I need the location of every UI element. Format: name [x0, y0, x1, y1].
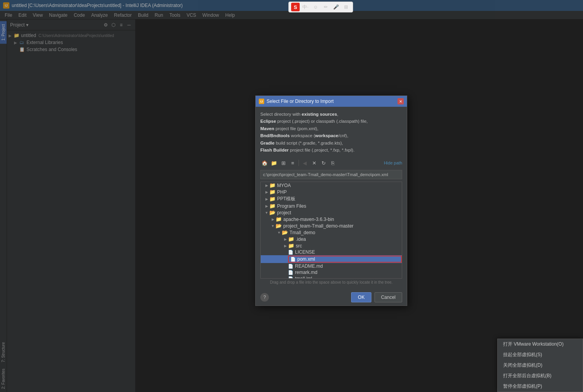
- ftree-label-tmall-iml: tmall.iml: [295, 276, 312, 279]
- dialog-app-icon: IJ: [259, 99, 264, 104]
- ftree-label-project: project: [277, 210, 291, 215]
- ctx-label-close-all: 关闭全部虚拟机(D): [503, 362, 542, 369]
- ftree-label-src: src: [296, 243, 302, 249]
- dialog-content: Select directory with existing sources, …: [256, 107, 407, 289]
- ctx-label-open-vmware: 打开 VMware Workstation(O): [503, 341, 564, 348]
- dialog-titlebar: IJ Select File or Directory to Import ✕: [256, 96, 407, 107]
- nav-delete-button[interactable]: ✕: [310, 159, 318, 167]
- nav-new-folder-button[interactable]: 📁: [270, 159, 278, 167]
- drag-drop-hint: Drag and drop a file into the space abov…: [260, 279, 402, 286]
- nav-refresh-button[interactable]: ↻: [319, 159, 328, 167]
- context-menu: 打开 VMware Workstation(O) 挂起全部虚拟机(S) 关闭全部…: [497, 339, 583, 392]
- nav-back-button[interactable]: ◀: [300, 159, 309, 167]
- toolbar-separator-1: [299, 160, 299, 166]
- nav-list-button[interactable]: ≡: [288, 159, 297, 167]
- ftree-label-tmall-demo: Tmall_demo: [290, 230, 315, 235]
- ftree-item-pom-xml[interactable]: 📄 pom.xml: [261, 255, 402, 263]
- ftree-label-apache-maven: apache-maven-3.6.3-bin: [283, 217, 334, 222]
- ftree-item-idea[interactable]: ▶ 📁 .idea: [261, 236, 402, 242]
- ftree-item-src[interactable]: ▶ 📁 src: [261, 242, 402, 249]
- nav-copy-path-button[interactable]: ⎘: [329, 159, 337, 167]
- sogou-emoji-icon[interactable]: ☺: [311, 3, 320, 11]
- ctx-item-suspend-all[interactable]: 挂起全部虚拟机(S): [498, 350, 583, 360]
- ctx-label-suspend-all: 挂起全部虚拟机(S): [503, 351, 542, 358]
- ctx-label-open-background: 打开全部后台虚拟机(B): [503, 373, 551, 379]
- sogou-logo-icon[interactable]: S: [291, 3, 300, 11]
- dialog-title: Select File or Directory to Import: [267, 99, 398, 104]
- ftree-item-tmall-iml[interactable]: 📄 tmall.iml: [261, 275, 402, 279]
- sogou-grid-icon[interactable]: ⊞: [342, 3, 350, 11]
- ftree-item-ppt[interactable]: ▶ 📁 PPT模板: [261, 195, 402, 203]
- ftree-item-tmall-demo[interactable]: ▼ 📂 Tmall_demo: [261, 229, 402, 236]
- sogou-mic-icon[interactable]: 🎤: [332, 3, 340, 11]
- ctx-item-close-all[interactable]: 关闭全部虚拟机(D): [498, 360, 583, 371]
- ftree-item-program-files[interactable]: ▶ 📁 Program Files: [261, 203, 402, 209]
- ftree-label-remark: remark.md: [295, 270, 317, 275]
- ctx-label-pause-all: 暂停全部虚拟机(P): [503, 383, 542, 390]
- dialog-cancel-button[interactable]: Cancel: [375, 292, 402, 302]
- dialog-description: Select directory with existing sources, …: [260, 111, 402, 154]
- ftree-item-readme[interactable]: 📄 README.md: [261, 263, 402, 269]
- ftree-label-idea: .idea: [296, 237, 306, 242]
- ftree-item-project-team[interactable]: ▼ 📂 project_team-Tmall_demo-master: [261, 222, 402, 229]
- sogou-ime-bar[interactable]: S 中· ☺ ✏ 🎤 ⊞: [288, 2, 353, 12]
- pom-xml-selected-box: 📄 pom.xml: [288, 256, 402, 263]
- hide-path-button[interactable]: Hide path: [384, 161, 402, 165]
- dialog-ok-button[interactable]: OK: [351, 292, 371, 302]
- file-tree-area[interactable]: ▶ 📁 MYOA ▶ 📁 PHP ▶ 📁 PPT模板 ▶ 📁 Program F…: [260, 182, 402, 279]
- ftree-label-readme: README.md: [295, 263, 323, 269]
- path-input-field[interactable]: [260, 170, 402, 179]
- ftree-item-php[interactable]: ▶ 📁 PHP: [261, 189, 402, 195]
- import-dialog: IJ Select File or Directory to Import ✕ …: [255, 95, 407, 306]
- ctx-item-open-background[interactable]: 打开全部后台虚拟机(B): [498, 371, 583, 381]
- ftree-item-remark[interactable]: 📄 remark.md: [261, 269, 402, 275]
- path-input-bar: [260, 170, 402, 179]
- ftree-label-pom-xml: pom.xml: [297, 256, 315, 262]
- dialog-buttons: ? OK Cancel: [256, 289, 407, 305]
- dialog-close-button[interactable]: ✕: [398, 98, 404, 104]
- ftree-label-myoa: MYOA: [277, 183, 291, 188]
- ftree-label-program-files: Program Files: [277, 203, 306, 209]
- ftree-label-ppt: PPT模板: [277, 196, 295, 202]
- ftree-item-license[interactable]: 📄 LICENSE: [261, 249, 402, 255]
- ctx-item-open-vmware[interactable]: 打开 VMware Workstation(O): [498, 339, 583, 350]
- ftree-item-myoa[interactable]: ▶ 📁 MYOA: [261, 182, 402, 189]
- nav-home-button[interactable]: 🏠: [260, 159, 269, 167]
- ftree-label-license: LICENSE: [295, 249, 315, 255]
- ftree-label-php: PHP: [277, 189, 287, 195]
- sogou-pen-icon[interactable]: ✏: [322, 3, 330, 11]
- ftree-label-project-team: project_team-Tmall_demo-master: [283, 223, 353, 229]
- ftree-item-apache-maven[interactable]: ▶ 📁 apache-maven-3.6.3-bin: [261, 216, 402, 222]
- dialog-help-button[interactable]: ?: [260, 293, 269, 302]
- browser-toolbar: 🏠 📁 ⊞ ≡ ◀ ✕ ↻ ⎘ Hide path: [260, 157, 402, 168]
- nav-details-button[interactable]: ⊞: [279, 159, 288, 167]
- ftree-item-project[interactable]: ▼ 📂 project: [261, 209, 402, 216]
- ctx-item-pause-all[interactable]: 暂停全部虚拟机(P): [498, 381, 583, 392]
- sogou-input-mode[interactable]: 中·: [301, 3, 310, 11]
